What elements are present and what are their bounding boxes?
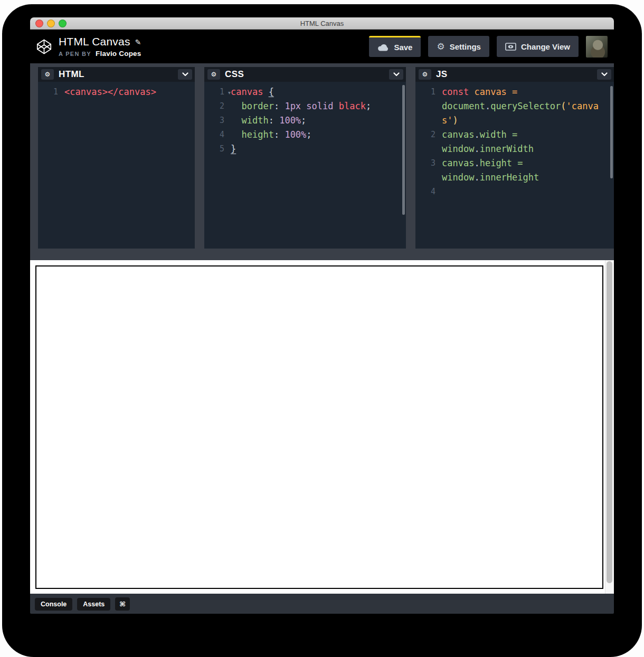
chevron-down-icon	[393, 72, 400, 77]
code-line: 1const canvas =	[415, 85, 614, 99]
user-avatar[interactable]	[586, 36, 608, 58]
macos-window: HTML Canvas HTML Canvas ✎ A PEN BY Flavi…	[30, 17, 614, 614]
change-view-button-label: Change View	[521, 42, 570, 51]
fold-arrow-icon[interactable]: ▾	[228, 85, 231, 100]
editor-panel-js: ⚙JS1const canvas =document.querySelector…	[415, 67, 614, 249]
line-number	[415, 99, 442, 113]
code-line: 2canvas.width =	[415, 128, 614, 142]
line-number: 2	[415, 128, 442, 142]
code-editor-html[interactable]: 1<canvas></canvas>	[38, 82, 195, 249]
code-line: 4	[415, 185, 614, 199]
codepen-logo-icon[interactable]	[36, 39, 52, 55]
line-number: 3	[415, 156, 442, 170]
code-line: 3canvas.height =	[415, 156, 614, 170]
code-text	[442, 185, 614, 199]
editors-region: ⚙HTML1<canvas></canvas>⚙CSS1▾canvas {2 b…	[30, 63, 614, 260]
minimize-button[interactable]	[47, 20, 55, 27]
command-shortcuts-button[interactable]: ⌘	[115, 597, 130, 611]
save-button-label: Save	[394, 43, 412, 52]
gear-icon: ⚙	[211, 71, 217, 78]
code-text: width: 100%;	[231, 113, 406, 128]
close-button[interactable]	[35, 20, 43, 27]
line-number: 3	[204, 113, 231, 128]
line-number: 4	[204, 128, 231, 142]
pen-title-block: HTML Canvas ✎ A PEN BY Flavio Copes	[59, 35, 141, 58]
code-line: 2 border: 1px solid black;	[204, 99, 406, 113]
settings-button[interactable]: ⚙ Settings	[428, 36, 489, 57]
line-number: 5	[204, 142, 231, 156]
code-line: 3 width: 100%;	[204, 113, 406, 128]
app-header: HTML Canvas ✎ A PEN BY Flavio Copes Save…	[30, 30, 614, 63]
settings-button-label: Settings	[450, 42, 481, 51]
code-text: window.innerWidth	[442, 142, 614, 156]
gear-icon: ⚙	[45, 71, 51, 78]
line-number: 4	[415, 185, 442, 199]
byline-prefix: A PEN BY	[59, 51, 91, 57]
panel-settings-button[interactable]: ⚙	[419, 69, 431, 80]
line-number: 1	[415, 85, 442, 99]
titlebar[interactable]: HTML Canvas	[30, 17, 614, 30]
code-text: document.querySelector('canva	[442, 99, 614, 113]
panel-header-html: ⚙HTML	[38, 67, 195, 82]
panel-label-html: HTML	[59, 69, 84, 80]
zoom-button[interactable]	[59, 20, 67, 27]
code-line: 1▾canvas {	[204, 85, 406, 99]
panel-label-js: JS	[436, 69, 448, 80]
preview-pane	[30, 260, 614, 594]
save-button[interactable]: Save	[369, 36, 421, 57]
line-number: 1	[38, 85, 64, 99]
window-title: HTML Canvas	[300, 20, 344, 27]
gear-icon: ⚙	[422, 71, 428, 78]
line-number: 1▾	[204, 85, 231, 99]
console-button[interactable]: Console	[35, 598, 72, 611]
code-line: 4 height: 100%;	[204, 128, 406, 142]
cloud-icon	[377, 44, 389, 51]
code-text: height: 100%;	[231, 128, 406, 142]
preview-scrollbar[interactable]	[605, 260, 614, 594]
panel-label-css: CSS	[225, 69, 244, 80]
footer-bar: Console Assets ⌘	[30, 594, 614, 614]
panel-collapse-button[interactable]	[389, 69, 403, 80]
chevron-down-icon	[182, 72, 188, 77]
code-text: const canvas =	[442, 85, 614, 99]
change-view-button[interactable]: Change View	[497, 36, 579, 57]
edit-pencil-icon[interactable]: ✎	[135, 38, 141, 46]
code-line: document.querySelector('canva	[415, 99, 614, 113]
code-text: <canvas></canvas>	[64, 85, 195, 99]
code-text: s')	[442, 113, 614, 128]
code-line: window.innerHeight	[415, 170, 614, 185]
assets-button[interactable]: Assets	[77, 598, 110, 611]
code-line: 5}	[204, 142, 406, 156]
editor-scrollbar[interactable]	[402, 85, 405, 215]
line-number	[415, 170, 442, 185]
panel-settings-button[interactable]: ⚙	[207, 69, 220, 80]
traffic-lights	[35, 20, 67, 27]
pen-title: HTML Canvas	[59, 35, 130, 48]
rendered-canvas[interactable]	[35, 265, 603, 589]
line-number	[415, 113, 442, 128]
panel-settings-button[interactable]: ⚙	[41, 69, 54, 80]
code-editor-js[interactable]: 1const canvas =document.querySelector('c…	[415, 82, 614, 249]
editor-scrollbar[interactable]	[610, 86, 613, 178]
editor-panel-html: ⚙HTML1<canvas></canvas>	[38, 67, 195, 249]
code-line: window.innerWidth	[415, 142, 614, 156]
view-icon	[505, 43, 516, 51]
panel-collapse-button[interactable]	[597, 69, 611, 80]
line-number	[415, 142, 442, 156]
code-line: 1<canvas></canvas>	[38, 85, 195, 99]
panel-header-js: ⚙JS	[415, 67, 614, 82]
preview-scrollbar-thumb[interactable]	[607, 261, 612, 583]
chevron-down-icon	[601, 72, 608, 77]
code-text: border: 1px solid black;	[231, 99, 406, 113]
panel-collapse-button[interactable]	[178, 69, 192, 80]
code-line: s')	[415, 113, 614, 128]
code-text: }	[231, 142, 406, 156]
code-editor-css[interactable]: 1▾canvas {2 border: 1px solid black;3 wi…	[204, 82, 406, 249]
line-number: 2	[204, 99, 231, 113]
author-link[interactable]: Flavio Copes	[96, 50, 141, 58]
panel-header-css: ⚙CSS	[204, 67, 406, 82]
byline: A PEN BY Flavio Copes	[59, 50, 141, 58]
code-text: canvas {	[231, 85, 406, 99]
code-text: canvas.height =	[442, 156, 614, 170]
gear-icon: ⚙	[437, 42, 444, 51]
